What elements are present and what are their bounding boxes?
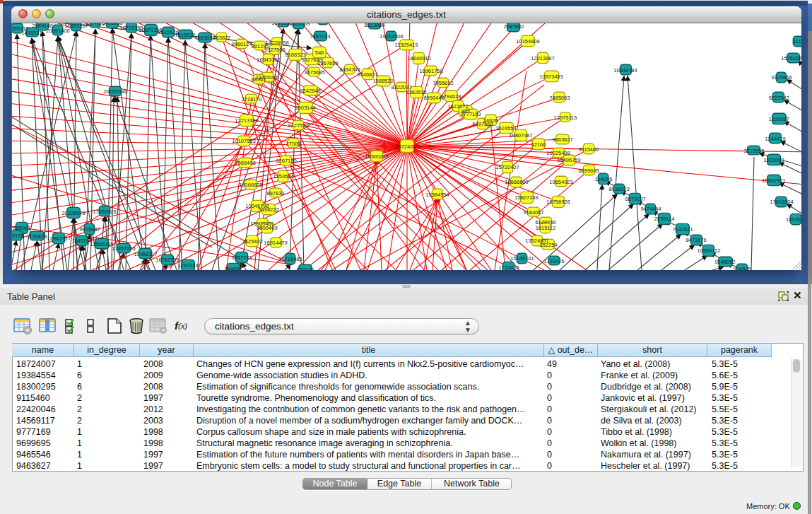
svg-text:1733426: 1733426 (498, 264, 519, 271)
svg-text:2603144: 2603144 (295, 105, 315, 111)
svg-text:9777169: 9777169 (460, 111, 481, 117)
svg-text:10654112: 10654112 (698, 247, 721, 254)
svg-text:763822: 763822 (213, 35, 230, 41)
svg-text:1209387: 1209387 (768, 116, 789, 122)
svg-text:1244419: 1244419 (765, 136, 785, 142)
svg-text:9329966: 9329966 (771, 74, 792, 81)
svg-text:12975115: 12975115 (554, 115, 577, 121)
svg-text:15716485: 15716485 (278, 256, 302, 262)
svg-text:1588520: 1588520 (372, 78, 393, 84)
svg-text:8813054: 8813054 (364, 23, 384, 28)
svg-text:252254: 252254 (539, 242, 557, 248)
svg-text:3675685: 3675685 (304, 69, 324, 76)
svg-text:9245052: 9245052 (714, 259, 735, 265)
svg-text:7515526: 7515526 (175, 32, 195, 38)
svg-text:19384554: 19384554 (425, 192, 449, 198)
svg-text:2687682: 2687682 (503, 23, 524, 30)
svg-text:19166825: 19166825 (239, 182, 262, 188)
svg-text:15136141: 15136141 (510, 255, 534, 262)
svg-text:7632621: 7632621 (672, 226, 693, 233)
svg-text:8267130: 8267130 (276, 158, 296, 164)
svg-text:6879197: 6879197 (625, 196, 645, 202)
svg-text:10648784: 10648784 (613, 67, 637, 74)
svg-text:6899695: 6899695 (578, 168, 599, 174)
svg-text:20206576: 20206576 (61, 210, 85, 216)
svg-text:1615112: 1615112 (536, 225, 556, 231)
svg-text:(x): (x) (178, 322, 187, 330)
svg-text:15495759: 15495759 (557, 157, 580, 163)
svg-text:15300275: 15300275 (365, 153, 388, 160)
svg-text:98961: 98961 (252, 76, 266, 83)
svg-text:16033809: 16033809 (286, 23, 310, 27)
svg-text:2718170: 2718170 (241, 96, 261, 103)
svg-text:2935114: 2935114 (654, 216, 675, 222)
svg-text:17957255: 17957255 (112, 245, 135, 252)
svg-text:62160: 62160 (531, 141, 546, 148)
svg-text:1145194: 1145194 (72, 238, 93, 244)
svg-text:9184067: 9184067 (523, 209, 543, 216)
svg-text:1112: 1112 (793, 38, 801, 45)
svg-text:9227342: 9227342 (768, 95, 789, 101)
svg-text:7663822: 7663822 (194, 35, 215, 41)
svg-text:19654923: 19654923 (549, 179, 572, 185)
svg-text:16782759: 16782759 (155, 257, 179, 263)
svg-text:13226058: 13226058 (265, 40, 288, 46)
svg-text:1167531: 1167531 (786, 216, 801, 223)
svg-text:10958117: 10958117 (134, 251, 158, 257)
svg-text:887833: 887833 (266, 190, 284, 197)
svg-text:1021069: 1021069 (763, 157, 784, 163)
svg-text:5498222: 5498222 (258, 206, 278, 213)
svg-text:7625402: 7625402 (242, 238, 262, 245)
svg-text:18640910: 18640910 (407, 55, 430, 62)
svg-text:1353594: 1353594 (273, 173, 293, 180)
svg-text:8938923: 8938923 (608, 186, 629, 192)
svg-text:7485063: 7485063 (549, 95, 570, 101)
svg-text:1156829: 1156829 (27, 233, 47, 240)
svg-text:10973493: 10973493 (539, 74, 563, 80)
svg-text:7857224: 7857224 (310, 33, 330, 40)
svg-text:15751074: 15751074 (781, 55, 801, 62)
svg-text:3624554: 3624554 (495, 125, 516, 132)
svg-text:19756928: 19756928 (546, 199, 570, 205)
svg-text:9474444: 9474444 (640, 206, 661, 212)
svg-text:15692971: 15692971 (762, 177, 785, 184)
svg-text:964852: 964852 (224, 266, 242, 271)
svg-text:9242848: 9242848 (300, 88, 320, 94)
svg-text:8471676: 8471676 (686, 237, 706, 243)
svg-text:11325419: 11325419 (395, 42, 418, 48)
svg-text:17006: 17006 (286, 141, 301, 147)
svg-text:6794028: 6794028 (440, 93, 461, 100)
svg-text:10688609: 10688609 (505, 179, 528, 185)
svg-text:1405571: 1405571 (21, 30, 42, 36)
svg-text:164095: 164095 (594, 176, 612, 182)
svg-text:7955812: 7955812 (433, 80, 453, 86)
svg-text:16543362: 16543362 (257, 57, 280, 63)
svg-text:9657771: 9657771 (231, 255, 252, 261)
svg-text:10025438: 10025438 (546, 150, 570, 156)
svg-text:3215955: 3215955 (743, 148, 764, 154)
svg-text:9463627: 9463627 (552, 136, 572, 143)
svg-text:15807249: 15807249 (514, 194, 538, 201)
svg-text:2867608: 2867608 (317, 60, 338, 66)
svg-text:9975887: 9975887 (79, 226, 100, 233)
svg-text:9427552: 9427552 (288, 122, 308, 129)
svg-text:1733426: 1733426 (543, 258, 564, 264)
svg-text:16914479: 16914479 (264, 240, 287, 246)
svg-text:20053346: 20053346 (103, 88, 126, 95)
svg-text:17359928: 17359928 (93, 209, 116, 215)
svg-text:39159: 39159 (12, 233, 23, 239)
svg-text:9327505: 9327505 (264, 47, 285, 53)
svg-text:16961758: 16961758 (419, 68, 442, 74)
svg-text:8960124: 8960124 (231, 41, 252, 47)
svg-text:885061: 885061 (13, 225, 30, 231)
svg-text:9099469: 9099469 (257, 225, 277, 231)
svg-text:15720407: 15720407 (495, 164, 519, 170)
svg-text:74626: 74626 (483, 117, 498, 124)
svg-text:546: 546 (315, 49, 324, 56)
svg-text:1292344: 1292344 (177, 262, 198, 269)
svg-text:19218506: 19218506 (379, 33, 403, 40)
svg-text:12942757: 12942757 (47, 235, 70, 242)
svg-text:12213389: 12213389 (235, 117, 258, 124)
svg-text:17016504: 17016504 (770, 199, 793, 205)
svg-text:10107553: 10107553 (232, 138, 255, 144)
